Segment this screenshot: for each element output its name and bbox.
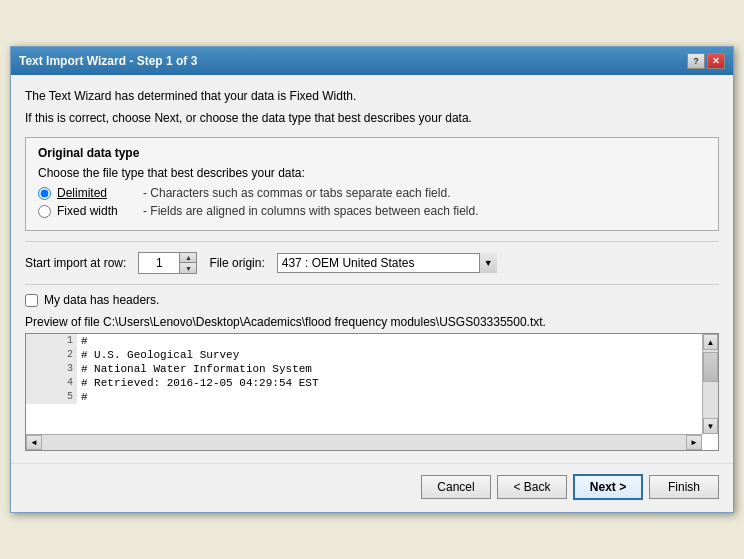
line-content: # [77, 390, 702, 404]
scroll-right-button[interactable]: ► [686, 435, 702, 450]
section-title: Original data type [38, 146, 706, 160]
dialog-body: The Text Wizard has determined that your… [11, 75, 733, 463]
scroll-up-button[interactable]: ▲ [703, 334, 718, 350]
line-content: # [77, 334, 702, 348]
line-content: # U.S. Geological Survey [77, 348, 702, 362]
line-number: 3 [26, 362, 77, 376]
preview-section: Preview of file C:\Users\Lenovo\Desktop\… [25, 315, 719, 451]
radio-fixed-label[interactable]: Fixed width [57, 204, 137, 218]
spin-down-button[interactable]: ▼ [180, 263, 196, 273]
preview-main: 1#2# U.S. Geological Survey3# National W… [26, 334, 718, 434]
row-settings: Start import at row: ▲ ▼ File origin: 43… [25, 252, 719, 274]
fixed-width-desc: - Fields are aligned in columns with spa… [143, 204, 479, 218]
section-subtitle: Choose the file type that best describes… [38, 166, 706, 180]
finish-button[interactable]: Finish [649, 475, 719, 499]
fixed-width-label-text: Fixed width [57, 204, 137, 218]
close-button[interactable]: ✕ [707, 53, 725, 69]
headers-checkbox-row: My data has headers. [25, 293, 719, 307]
title-bar-controls: ? ✕ [687, 53, 725, 69]
line-number: 1 [26, 334, 77, 348]
back-button[interactable]: < Back [497, 475, 567, 499]
radio-row-fixed: Fixed width - Fields are aligned in colu… [38, 204, 706, 218]
title-bar: Text Import Wizard - Step 1 of 3 ? ✕ [11, 47, 733, 75]
vertical-scrollbar[interactable]: ▲ ▼ [702, 334, 718, 434]
start-row-spinner[interactable]: ▲ ▼ [138, 252, 197, 274]
preview-table: 1#2# U.S. Geological Survey3# National W… [26, 334, 702, 404]
dialog-window: Text Import Wizard - Step 1 of 3 ? ✕ The… [10, 46, 734, 513]
scroll-track-horizontal [42, 435, 686, 450]
cancel-button[interactable]: Cancel [421, 475, 491, 499]
delimited-desc: - Characters such as commas or tabs sepa… [143, 186, 450, 200]
headers-label[interactable]: My data has headers. [44, 293, 159, 307]
delimited-label-text: Delimited [57, 186, 137, 200]
scroll-thumb-vertical [703, 352, 718, 382]
line-number: 2 [26, 348, 77, 362]
preview-content: 1#2# U.S. Geological Survey3# National W… [26, 334, 702, 434]
next-button[interactable]: Next > [573, 474, 643, 500]
radio-fixed-width[interactable] [38, 205, 51, 218]
horizontal-scrollbar[interactable]: ◄ ► [26, 434, 702, 450]
table-row: 2# U.S. Geological Survey [26, 348, 702, 362]
spin-buttons: ▲ ▼ [179, 253, 196, 273]
divider2 [25, 284, 719, 285]
button-row: Cancel < Back Next > Finish [11, 463, 733, 512]
divider [25, 241, 719, 242]
scroll-left-button[interactable]: ◄ [26, 435, 42, 450]
radio-delimited-label[interactable]: Delimited [57, 186, 137, 200]
radio-delimited[interactable] [38, 187, 51, 200]
table-row: 4# Retrieved: 2016-12-05 04:29:54 EST [26, 376, 702, 390]
table-row: 3# National Water Information System [26, 362, 702, 376]
start-row-label: Start import at row: [25, 256, 126, 270]
line-number: 5 [26, 390, 77, 404]
file-origin-select[interactable]: 437 : OEM United States UTF-8 Unicode We… [277, 253, 497, 273]
table-row: 1# [26, 334, 702, 348]
radio-row-delimited: Delimited - Characters such as commas or… [38, 186, 706, 200]
info-line1: The Text Wizard has determined that your… [25, 87, 719, 105]
table-row: 5# [26, 390, 702, 404]
headers-checkbox[interactable] [25, 294, 38, 307]
start-row-input[interactable] [139, 253, 179, 273]
line-content: # Retrieved: 2016-12-05 04:29:54 EST [77, 376, 702, 390]
data-type-section: Original data type Choose the file type … [25, 137, 719, 231]
help-button[interactable]: ? [687, 53, 705, 69]
preview-box: 1#2# U.S. Geological Survey3# National W… [25, 333, 719, 451]
scroll-track-vertical [703, 350, 718, 418]
dialog-title: Text Import Wizard - Step 1 of 3 [19, 54, 197, 68]
preview-label: Preview of file C:\Users\Lenovo\Desktop\… [25, 315, 719, 329]
spin-up-button[interactable]: ▲ [180, 253, 196, 263]
file-origin-wrapper: 437 : OEM United States UTF-8 Unicode We… [277, 253, 497, 273]
info-line2: If this is correct, choose Next, or choo… [25, 109, 719, 127]
scroll-down-button[interactable]: ▼ [703, 418, 718, 434]
file-origin-label: File origin: [209, 256, 264, 270]
line-number: 4 [26, 376, 77, 390]
line-content: # National Water Information System [77, 362, 702, 376]
